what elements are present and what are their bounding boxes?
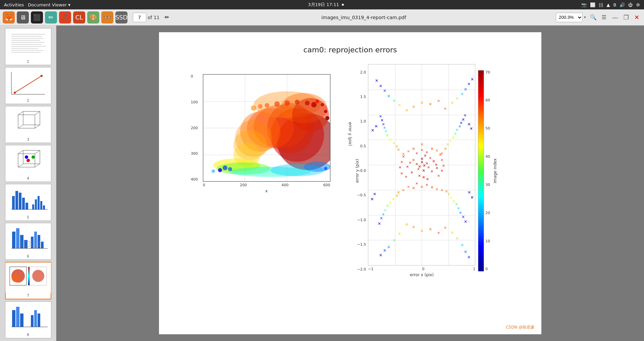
menu-btn[interactable]: ☰ (599, 13, 609, 22)
svg-rect-36 (15, 191, 18, 209)
svg-text:×: × (435, 166, 438, 170)
svg-text:×: × (427, 165, 430, 169)
svg-rect-35 (12, 196, 15, 209)
svg-text:×: × (425, 183, 428, 187)
volume-icon[interactable]: 🔊 (620, 2, 625, 7)
svg-text:×: × (383, 88, 386, 93)
dock-ssd[interactable]: SSD (115, 11, 127, 23)
svg-text:×: × (398, 103, 401, 107)
svg-text:×: × (422, 175, 425, 180)
left-dock-strip: 🦊 🖥 ⬛ ✏ 🎵 CL 🎨 👓 SSD (3, 11, 127, 23)
svg-text:×: × (379, 84, 382, 88)
sidebar-page-2[interactable]: 2 (5, 67, 51, 104)
wifi-icon[interactable]: ▲ (606, 2, 610, 7)
sidebar-page-5[interactable]: 5 (5, 184, 51, 221)
bars-icon[interactable]: ||| (599, 2, 603, 7)
svg-text:×: × (402, 188, 405, 192)
thumb-num-3: 3 (27, 137, 29, 143)
svg-point-95 (321, 103, 324, 106)
svg-text:×: × (406, 164, 409, 169)
colorbar-label: image index (493, 70, 497, 272)
app-name-label: Document Viewer ▾ (28, 2, 70, 7)
svg-text:×: × (373, 192, 376, 196)
maximize-btn[interactable]: ❐ (622, 14, 631, 21)
svg-rect-44 (43, 205, 45, 209)
close-btn[interactable]: ✕ (632, 14, 641, 21)
pdf-area: cam0: reprojection errors 0 100 200 300 … (56, 26, 644, 341)
dock-reader[interactable]: 👓 (101, 11, 113, 23)
status-dot (342, 4, 344, 6)
zoom-select[interactable]: 200.3% 100% 150% (556, 13, 583, 22)
svg-point-102 (274, 101, 280, 107)
svg-text:×: × (467, 255, 471, 259)
svg-text:×: × (455, 236, 459, 241)
cam-icon[interactable]: 📷 (581, 2, 587, 7)
page-number-input[interactable]: 7 (133, 13, 146, 22)
svg-text:×: × (395, 144, 398, 149)
svg-text:×: × (420, 100, 424, 105)
svg-text:×: × (462, 117, 465, 122)
ytick-right-05: 0.5 (357, 144, 366, 148)
right-chart-svg: × × × × × × × × × × (368, 64, 475, 265)
ytick-right-20: 2.0 (357, 70, 366, 75)
svg-point-105 (305, 101, 310, 105)
watermark-label: CSDN @陈君豪 (506, 325, 535, 330)
thumb-img-6 (5, 223, 51, 253)
system-bar-right: 📷 ⬜ ||| ▲ B 🔊 ⏻ ⚙ (581, 2, 640, 7)
power-icon[interactable]: ⏻ (628, 2, 633, 7)
thumb-num-1: 1 (27, 59, 29, 65)
activities-label[interactable]: Activities (4, 2, 24, 7)
settings-icon[interactable]: ⚙ (636, 2, 640, 7)
svg-rect-43 (40, 201, 42, 209)
y-axis-label-left-chart: error y (pix) (348, 122, 353, 146)
svg-text:×: × (412, 146, 415, 151)
svg-text:×: × (402, 152, 405, 156)
svg-point-13 (41, 75, 43, 77)
x-axis-label-right: error x (pix) (368, 273, 475, 277)
bluetooth-icon[interactable]: B (613, 2, 616, 7)
sidebar-page-8[interactable]: 8 (5, 301, 51, 338)
dock-clion[interactable]: CL (73, 11, 85, 23)
xtick-right-0: 0 (422, 267, 424, 271)
svg-point-31 (26, 159, 30, 162)
cbtick-40: 40 (485, 154, 490, 159)
pencil-tool-btn[interactable]: ✏ (162, 13, 172, 22)
x-ticks-left: 0 200 400 600 (203, 183, 330, 187)
svg-rect-17 (8, 108, 48, 135)
sidebar-page-3[interactable]: 3 (5, 106, 51, 143)
svg-text:×: × (380, 216, 383, 221)
svg-text:×: × (415, 162, 418, 166)
dock-vlc[interactable]: 🎵 (59, 11, 71, 23)
svg-rect-52 (34, 232, 37, 248)
dock-pencil[interactable]: ✏ (45, 11, 57, 23)
minimize-btn[interactable]: — (610, 14, 620, 21)
thumb-img-5 (5, 184, 51, 214)
sidebar: 1 2 (0, 26, 56, 341)
svg-text:×: × (412, 158, 415, 162)
svg-text:×: × (470, 195, 474, 200)
svg-text:×: × (440, 158, 443, 162)
svg-text:×: × (451, 135, 455, 140)
ytick-100: 100 (191, 100, 198, 104)
dock-paint[interactable]: 🎨 (87, 11, 99, 23)
window-icon[interactable]: ⬜ (590, 2, 595, 7)
xtick-right-1: 1 (473, 267, 475, 271)
dock-terminal[interactable]: ⬛ (31, 11, 43, 23)
sidebar-page-7[interactable]: 7 (5, 262, 51, 299)
svg-text:×: × (444, 106, 447, 111)
svg-text:×: × (442, 163, 445, 168)
search-btn[interactable]: 🔍 (589, 13, 598, 22)
svg-text:×: × (370, 196, 374, 201)
dock-files[interactable]: 🖥 (17, 11, 29, 23)
svg-point-86 (304, 162, 330, 172)
svg-rect-64 (28, 267, 30, 285)
svg-text:×: × (380, 118, 384, 123)
dock-firefox[interactable]: 🦊 (3, 11, 15, 23)
sidebar-page-1[interactable]: 1 (5, 28, 51, 65)
sidebar-page-4[interactable]: 4 (5, 145, 51, 182)
svg-rect-68 (20, 313, 23, 327)
sidebar-page-6[interactable]: 6 (5, 223, 51, 260)
svg-point-33 (25, 155, 28, 159)
svg-text:×: × (437, 99, 440, 103)
svg-rect-69 (31, 315, 34, 327)
